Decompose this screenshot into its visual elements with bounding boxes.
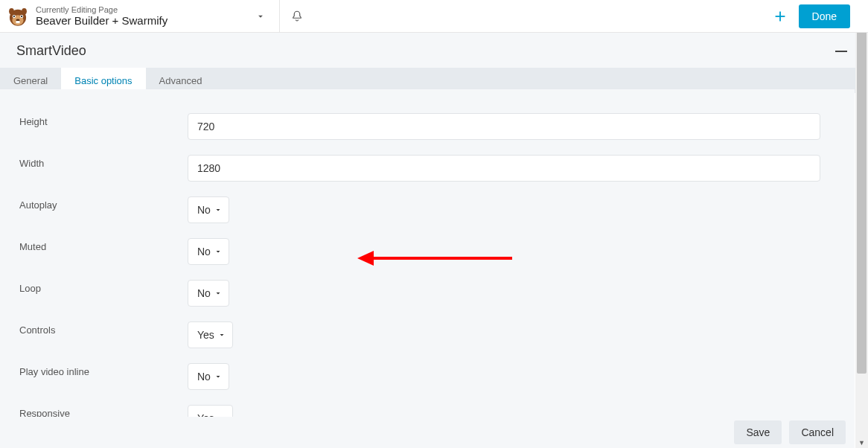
autoplay-label: Autoplay (0, 196, 188, 211)
form-body: Height Width Autoplay No Muted No Loop N… (0, 89, 855, 417)
action-buttons: Done (770, 4, 868, 28)
beaver-icon (4, 3, 31, 30)
notifications-button[interactable] (280, 0, 314, 32)
responsive-label: Responsive (0, 405, 188, 417)
width-input[interactable] (188, 155, 820, 182)
muted-label: Muted (0, 238, 188, 252)
row-height: Height (0, 106, 855, 147)
inline-select[interactable]: No (188, 363, 229, 390)
chevron-down-icon (214, 247, 223, 256)
muted-value: No (197, 246, 211, 257)
top-bar: Currently Editing Page Beaver Builder + … (0, 0, 868, 33)
collapse-button[interactable] (831, 46, 852, 57)
svg-point-8 (9, 7, 14, 14)
save-button[interactable]: Save (734, 420, 782, 444)
add-button[interactable] (770, 7, 790, 26)
page-selector[interactable]: Currently Editing Page Beaver Builder + … (0, 0, 280, 32)
scrollbar[interactable]: ▲ ▼ (855, 0, 868, 448)
loop-label: Loop (0, 280, 188, 294)
height-input[interactable] (188, 113, 820, 140)
page-title: Beaver Builder + Swarmify (36, 14, 167, 27)
width-label: Width (0, 155, 188, 169)
row-muted: Muted No (0, 231, 855, 272)
chevron-down-icon (214, 372, 223, 381)
minus-icon (835, 51, 847, 52)
autoplay-select[interactable]: No (188, 196, 229, 223)
controls-select[interactable]: Yes (188, 321, 233, 348)
scroll-down-icon: ▼ (855, 438, 868, 448)
row-play-inline: Play video inline No (0, 356, 855, 397)
scroll-thumb[interactable] (857, 10, 867, 374)
muted-select[interactable]: No (188, 238, 229, 265)
bell-icon (290, 10, 304, 23)
row-loop: Loop No (0, 272, 855, 314)
cancel-button[interactable]: Cancel (789, 420, 846, 444)
inline-value: No (197, 371, 211, 383)
svg-rect-7 (16, 20, 19, 22)
svg-point-3 (13, 15, 15, 16)
footer: Save Cancel (0, 417, 855, 448)
svg-point-9 (22, 7, 27, 14)
chevron-down-icon (214, 289, 223, 298)
panel-header: SmartVideo (0, 33, 868, 68)
editing-text: Currently Editing Page Beaver Builder + … (36, 5, 167, 28)
row-autoplay: Autoplay No (0, 189, 855, 231)
panel-title: SmartVideo (16, 43, 86, 59)
row-responsive: Responsive Yes (0, 397, 855, 417)
row-controls: Controls Yes (0, 314, 855, 356)
inline-label: Play video inline (0, 363, 188, 377)
responsive-select[interactable]: Yes (188, 405, 233, 417)
chevron-down-icon (255, 11, 266, 22)
height-label: Height (0, 113, 188, 127)
loop-select[interactable]: No (188, 280, 229, 307)
chevron-down-icon (214, 205, 223, 214)
row-width: Width (0, 147, 855, 189)
controls-value: Yes (197, 329, 214, 341)
done-button[interactable]: Done (799, 4, 850, 28)
editing-label: Currently Editing Page (36, 5, 167, 15)
chevron-down-icon (217, 330, 226, 339)
svg-point-5 (21, 15, 22, 16)
plus-icon (772, 8, 788, 25)
autoplay-value: No (197, 204, 211, 216)
loop-value: No (197, 287, 211, 299)
controls-label: Controls (0, 321, 188, 336)
